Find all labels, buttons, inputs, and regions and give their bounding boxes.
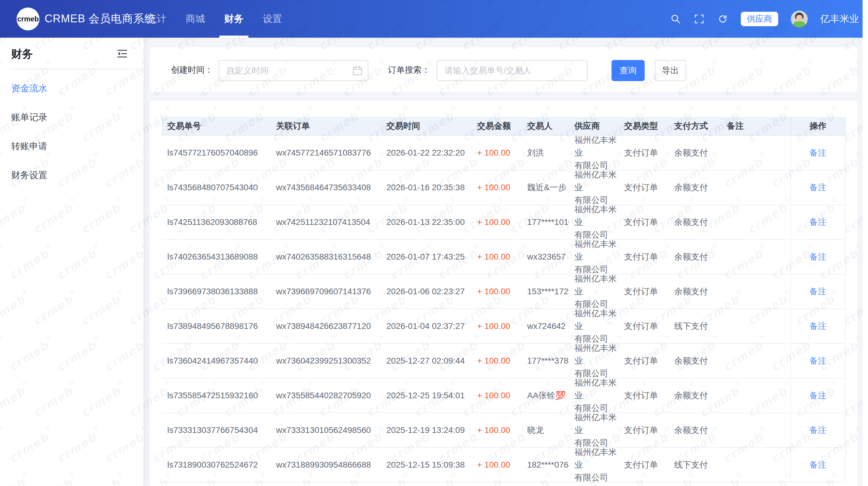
- cell-transaction-time: 2025-12-27 02:09:44: [381, 344, 472, 378]
- table-header-row: 交易单号 关联订单 交易时间 交易金额 交易人 供应商 交易类型 支付方式: [162, 117, 846, 136]
- order-search-input-wrap: [437, 60, 588, 81]
- cell-transaction-type: 支付订单: [619, 309, 669, 343]
- cell-remark: [721, 205, 790, 239]
- sidebar-collapse-icon[interactable]: [116, 49, 128, 60]
- cell-transaction-type: 支付订单: [619, 413, 669, 447]
- cell-transaction-type: 支付订单: [619, 448, 669, 482]
- nav-tab[interactable]: 统计: [137, 0, 176, 38]
- cell-amount: + 100.00: [472, 205, 522, 239]
- remark-action-link[interactable]: 备注: [809, 182, 827, 193]
- sidebar-menu-item[interactable]: 资金流水: [0, 74, 144, 103]
- nav-tab[interactable]: 设置: [253, 0, 292, 38]
- cell-transaction-type: 支付订单: [619, 274, 669, 308]
- cell-order-no: ls743568480707543040: [162, 170, 271, 204]
- cell-pay-method: 余额支付: [669, 274, 721, 308]
- cell-pay-method: 余额支付: [669, 170, 721, 204]
- sidebar-menu-item[interactable]: 账单记录: [0, 103, 144, 132]
- order-search-label: 订单搜索：: [388, 64, 430, 75]
- cell-amount: + 100.00: [472, 344, 522, 378]
- cell-related-order: wx733313010562498560: [271, 413, 381, 447]
- nav-tab[interactable]: 财务: [215, 0, 253, 38]
- cell-order-no: ls731890030762524672: [162, 448, 271, 482]
- nav-tab[interactable]: 商城: [176, 0, 215, 38]
- remark-action-link[interactable]: 备注: [809, 425, 827, 436]
- table-header-label: 交易金额: [477, 120, 511, 132]
- table-header-label: 关联订单: [276, 120, 310, 132]
- cell-pay-method: 线下支付: [669, 448, 721, 482]
- cell-transaction-type: 支付订单: [619, 205, 669, 239]
- cell-supplier: 福州亿丰米业 有限公司: [569, 274, 619, 308]
- create-time-label: 创建时间：: [165, 64, 213, 75]
- cell-transaction-type: 支付订单: [619, 136, 669, 170]
- remark-action-link[interactable]: 备注: [809, 459, 827, 470]
- remark-action-link[interactable]: 备注: [809, 147, 827, 159]
- cell-action: 备注: [790, 205, 846, 239]
- cell-pay-method: 余额支付: [669, 240, 721, 274]
- table-header-cell: 交易时间: [381, 117, 472, 135]
- table-header-cell: 交易单号: [162, 117, 271, 135]
- cell-amount: + 100.00: [472, 136, 522, 170]
- table-header-label: 备注: [727, 120, 744, 132]
- cell-remark: [721, 448, 790, 482]
- supplier-role-badge[interactable]: 供应商: [741, 12, 778, 26]
- cell-pay-method: 余额支付: [669, 205, 721, 239]
- remark-action-link[interactable]: 备注: [809, 390, 827, 401]
- navbar-right-cluster: 供应商 亿丰米业: [670, 0, 859, 38]
- cell-transaction-time: 2025-12-19 13:24:09: [381, 413, 472, 447]
- refresh-icon[interactable]: [717, 13, 728, 24]
- cell-transaction-time: 2026-01-07 17:43:25: [381, 240, 472, 274]
- cell-supplier: 福州亿丰米业 有限公司: [569, 205, 619, 239]
- fullscreen-icon[interactable]: [694, 13, 705, 24]
- cell-action: 备注: [790, 413, 846, 447]
- cell-amount: + 100.00: [472, 240, 522, 274]
- search-icon[interactable]: [670, 13, 681, 24]
- cell-action: 备注: [790, 170, 846, 204]
- cell-supplier: 福州亿丰米业 有限公司: [569, 344, 619, 378]
- date-range-input[interactable]: [218, 60, 368, 81]
- username-label[interactable]: 亿丰米业: [820, 12, 859, 26]
- sidebar-menu-item[interactable]: 财务设置: [0, 161, 144, 190]
- cell-action: 备注: [790, 448, 846, 482]
- cell-amount: + 100.00: [472, 274, 522, 308]
- nav-tab-label: 统计: [147, 12, 166, 26]
- table-header-label: 操作: [809, 120, 827, 132]
- cell-trader: 153****1729: [522, 274, 569, 308]
- sidebar-title: 财务: [11, 47, 33, 61]
- table-body: ls745772176057040896 wx74577214657108377…: [162, 136, 846, 482]
- cell-related-order: wx745772146571083776: [271, 136, 381, 170]
- cell-transaction-type: 支付订单: [619, 240, 669, 274]
- cell-pay-method: 余额支付: [669, 378, 721, 413]
- table-row: ls745772176057040896 wx74577214657108377…: [162, 136, 846, 170]
- remark-action-link[interactable]: 备注: [809, 321, 827, 332]
- cell-remark: [721, 274, 790, 308]
- cell-transaction-time: 2026-01-13 22:35:00: [381, 205, 472, 239]
- nav-tab-label: 设置: [263, 12, 282, 26]
- avatar-body: [793, 22, 805, 27]
- remark-action-link[interactable]: 备注: [809, 251, 827, 263]
- table-row: ls739669738036133888 wx73966970960714137…: [162, 274, 846, 309]
- page-scrollbar[interactable]: [863, 0, 868, 486]
- cell-action: 备注: [790, 344, 846, 378]
- cell-amount: + 100.00: [472, 309, 522, 343]
- query-button[interactable]: 查询: [612, 60, 645, 81]
- table-row: ls738948495678898176 wx73894842662387712…: [162, 309, 846, 344]
- cell-amount: + 100.00: [472, 448, 522, 482]
- cell-order-no: ls740263654313689088: [162, 240, 271, 274]
- sidebar-menu-item[interactable]: 转账申请: [0, 132, 144, 161]
- cell-pay-method: 余额支付: [669, 136, 721, 170]
- user-avatar[interactable]: [791, 10, 808, 27]
- cell-trader: 177****3783: [522, 344, 569, 378]
- cell-trader: 魏近&一步: [522, 170, 569, 204]
- cell-remark: [721, 378, 790, 413]
- remark-action-link[interactable]: 备注: [809, 216, 827, 228]
- export-button[interactable]: 导出: [655, 60, 686, 81]
- table-header-label: 交易单号: [167, 120, 201, 132]
- table-row: ls736042414967357440 wx73604239925130035…: [162, 344, 846, 378]
- table-header-cell: 操作: [790, 117, 846, 135]
- remark-action-link[interactable]: 备注: [809, 355, 827, 367]
- cell-remark: [721, 344, 790, 378]
- cell-amount: + 100.00: [472, 170, 522, 204]
- remark-action-link[interactable]: 备注: [809, 286, 827, 297]
- order-search-input[interactable]: [437, 60, 588, 81]
- table-header-label: 交易类型: [624, 120, 658, 132]
